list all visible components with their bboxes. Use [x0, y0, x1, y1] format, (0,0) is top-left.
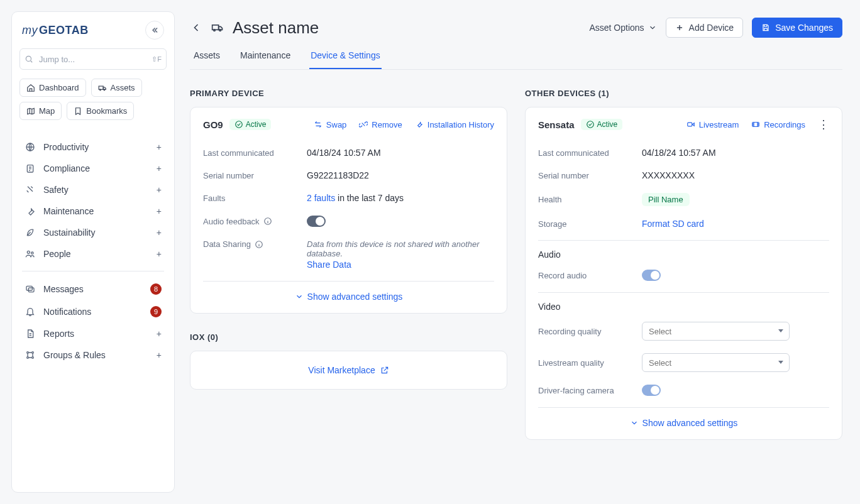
card-divider: [203, 281, 494, 282]
plus-icon: +: [157, 142, 162, 152]
nav-label: Messages: [43, 284, 143, 294]
card-divider: [538, 240, 829, 241]
nav-safety[interactable]: Safety +: [19, 179, 167, 200]
nav-groups-rules[interactable]: Groups & Rules +: [19, 344, 167, 366]
tab-assets[interactable]: Assets: [192, 44, 221, 69]
swap-action[interactable]: Swap: [314, 120, 347, 129]
nav-maintenance[interactable]: Maintenance +: [19, 200, 167, 222]
pill-label: Dashboard: [39, 83, 79, 92]
visit-marketplace-button[interactable]: Visit Marketplace: [190, 351, 507, 390]
plus-icon: +: [157, 163, 162, 173]
nav-divider: [22, 271, 164, 271]
save-changes-button[interactable]: Save Changes: [752, 18, 842, 38]
marketplace-label: Visit Marketplace: [308, 365, 375, 375]
svg-point-2: [99, 89, 101, 90]
share-data-link[interactable]: Share Data: [307, 260, 494, 270]
tab-device-settings[interactable]: Device & Settings: [309, 44, 382, 69]
asset-options-dropdown[interactable]: Asset Options: [589, 23, 656, 33]
pill-label: Bookmarks: [86, 106, 127, 116]
livestream-action[interactable]: Livestream: [686, 120, 739, 129]
format-sd-link[interactable]: Format SD card: [642, 219, 704, 229]
search-shortcut: ⇧F: [152, 55, 162, 63]
plus-icon: +: [157, 227, 162, 238]
recording-quality-label: Recording quality: [538, 327, 642, 336]
install-history-action[interactable]: Installation History: [415, 120, 494, 129]
back-button[interactable]: [190, 21, 202, 34]
nav-productivity[interactable]: Productivity +: [19, 136, 167, 158]
search-field-wrap: ⇧F: [19, 48, 167, 70]
serial-label: Serial number: [203, 171, 307, 180]
nav-label: Sustainability: [43, 227, 149, 238]
data-sharing-label: Data Sharing: [203, 239, 307, 249]
nav-label: Productivity: [43, 142, 149, 152]
livestream-quality-select[interactable]: [642, 353, 790, 372]
sidebar-collapse-button[interactable]: [145, 21, 164, 40]
last-communicated-value: 04/18/24 10:57 AM: [307, 148, 494, 158]
add-device-button[interactable]: Add Device: [666, 18, 744, 38]
other-device-card: Sensata Active Livestream: [525, 107, 842, 440]
nav-reports[interactable]: Reports +: [19, 323, 167, 344]
messages-icon: [25, 284, 36, 294]
primary-device-heading: PRIMARY DEVICE: [190, 89, 507, 98]
map-icon: [26, 107, 35, 116]
plus-icon: +: [157, 350, 162, 360]
nav-people[interactable]: People +: [19, 243, 167, 265]
record-audio-toggle[interactable]: [642, 270, 661, 281]
card-divider: [538, 407, 829, 408]
last-communicated-label: Last communicated: [203, 148, 307, 158]
chevron-down-icon: [295, 292, 304, 301]
tab-maintenance[interactable]: Maintenance: [239, 44, 292, 69]
plus-icon: +: [157, 206, 162, 216]
video-heading: Video: [538, 302, 829, 312]
svg-rect-22: [752, 123, 759, 127]
audio-heading: Audio: [538, 249, 829, 260]
show-advanced-primary[interactable]: Show advanced settings: [203, 285, 494, 303]
search-input[interactable]: [19, 48, 167, 70]
chevron-down-icon: [648, 23, 657, 32]
pill-assets[interactable]: Assets: [91, 79, 142, 97]
faults-suffix: in the last 7 days: [335, 193, 404, 203]
svg-point-20: [587, 121, 593, 128]
nav-notifications[interactable]: Notifications 9: [19, 300, 167, 323]
svg-rect-21: [687, 123, 692, 126]
pill-dashboard[interactable]: Dashboard: [19, 79, 86, 97]
serial-label: Serial number: [538, 171, 642, 180]
svg-rect-1: [99, 86, 103, 89]
last-communicated-label: Last communicated: [538, 148, 642, 158]
kebab-menu[interactable]: ⋮: [818, 119, 829, 130]
show-advanced-other[interactable]: Show advanced settings: [538, 412, 829, 429]
record-audio-label: Record audio: [538, 271, 642, 280]
svg-rect-8: [26, 286, 32, 290]
nav-compliance[interactable]: Compliance +: [19, 158, 167, 179]
serial-value: G92221183D22: [307, 170, 494, 180]
recordings-action[interactable]: Recordings: [751, 120, 805, 129]
remove-action[interactable]: Remove: [359, 120, 402, 129]
plus-icon: +: [157, 329, 162, 339]
svg-point-15: [214, 30, 216, 31]
pill-map[interactable]: Map: [19, 102, 62, 120]
video-icon: [686, 120, 695, 129]
pill-label: Map: [39, 106, 55, 116]
leaf-icon: [25, 227, 36, 238]
nav-sustainability[interactable]: Sustainability +: [19, 222, 167, 243]
recording-quality-select[interactable]: [642, 322, 790, 341]
truck-icon: [98, 84, 107, 92]
nav-label: Reports: [43, 329, 149, 339]
pill-bookmarks[interactable]: Bookmarks: [67, 102, 134, 120]
driver-camera-toggle[interactable]: [642, 385, 661, 396]
button-label: Add Device: [689, 23, 734, 33]
livestream-quality-label: Livestream quality: [538, 358, 642, 368]
svg-point-7: [31, 252, 33, 254]
status-chip: Active: [229, 119, 272, 130]
audio-feedback-toggle[interactable]: [307, 216, 326, 227]
external-link-icon: [380, 366, 389, 375]
audio-feedback-label: Audio feedback: [203, 217, 307, 226]
faults-link[interactable]: 2 faults: [307, 193, 335, 203]
storage-label: Storage: [538, 219, 642, 229]
nav-messages[interactable]: Messages 8: [19, 278, 167, 300]
svg-point-6: [27, 251, 30, 253]
nav-label: Compliance: [43, 163, 149, 173]
pill-label: Assets: [111, 83, 135, 92]
truck-icon: [211, 21, 224, 34]
globe-icon: [25, 142, 36, 152]
